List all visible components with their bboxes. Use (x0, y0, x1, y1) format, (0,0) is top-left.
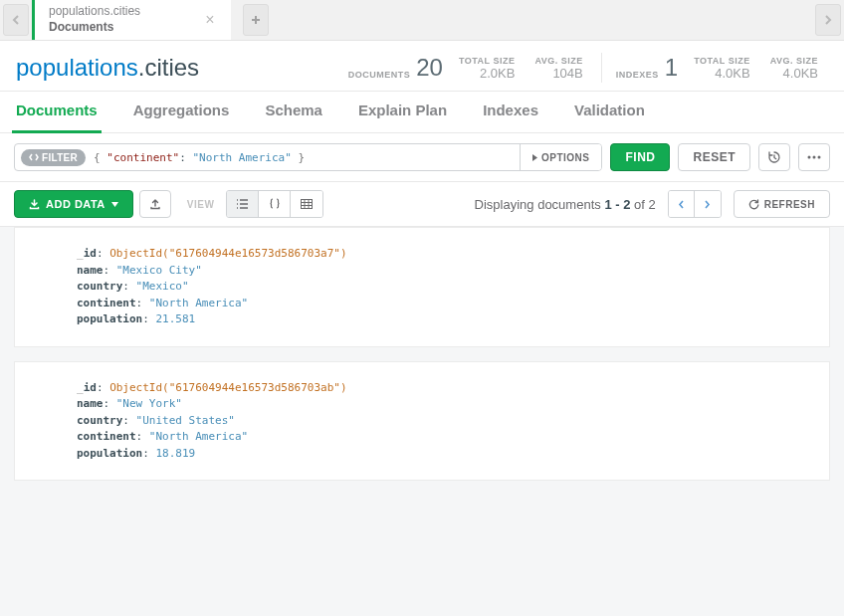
caret-down-icon (111, 202, 118, 207)
tab-subtitle: Documents (49, 20, 201, 36)
view-list-button[interactable] (227, 191, 259, 217)
document-card[interactable]: _id: ObjectId("617604944e16573d586703a7"… (14, 227, 830, 347)
document-card[interactable]: _id: ObjectId("617604944e16573d586703ab"… (14, 361, 830, 482)
code-icon (29, 153, 39, 161)
namespace-db[interactable]: populations (16, 54, 138, 81)
display-count: Displaying documents 1 - 2 of 2 (475, 197, 656, 212)
stat-idx-total-size: TOTAL SIZE 4.0KB (684, 56, 760, 81)
collection-stats: DOCUMENTS 20 TOTAL SIZE 2.0KB AVG. SIZE … (342, 53, 828, 83)
find-button[interactable]: FIND (610, 143, 670, 171)
reset-button[interactable]: RESET (678, 143, 750, 171)
tab-prev-button[interactable] (3, 4, 29, 36)
collection-tabs: Documents Aggregations Schema Explain Pl… (0, 92, 844, 133)
filter-badge: FILTER (21, 149, 86, 166)
view-toggle (226, 190, 323, 218)
tab-indexes[interactable]: Indexes (479, 92, 542, 133)
chevron-left-icon (12, 15, 20, 25)
more-button[interactable] (798, 143, 830, 171)
namespace-title: populations.cities (16, 54, 199, 82)
svg-rect-3 (302, 200, 313, 209)
caret-right-icon (532, 154, 537, 161)
chevron-right-icon (824, 15, 832, 25)
stat-idx-avg-size: AVG. SIZE 4.0KB (760, 56, 828, 81)
stat-indexes-label: INDEXES (616, 70, 659, 80)
svg-point-0 (808, 156, 811, 159)
view-table-button[interactable] (291, 191, 322, 217)
filter-input[interactable]: { "continent": "North America" } (86, 151, 520, 164)
stat-indexes: INDEXES 1 (610, 56, 684, 80)
chevron-left-icon (678, 200, 685, 209)
tab-validation[interactable]: Validation (570, 92, 649, 133)
ellipsis-icon (807, 155, 821, 159)
tab-close-button[interactable]: × (201, 11, 219, 29)
tab-active[interactable]: populations.cities Documents × (32, 0, 231, 40)
history-button[interactable] (758, 143, 790, 171)
add-data-button[interactable]: ADD DATA (14, 190, 133, 218)
refresh-icon (748, 199, 759, 210)
query-bar: FILTER { "continent": "North America" } … (0, 133, 844, 182)
upload-icon (149, 198, 161, 210)
stat-documents: DOCUMENTS 20 (342, 56, 449, 80)
download-icon (29, 199, 40, 210)
tab-add-button[interactable] (243, 4, 269, 36)
stat-documents-label: DOCUMENTS (348, 70, 411, 80)
stat-doc-avg-size: AVG. SIZE 104B (525, 56, 592, 81)
stat-documents-value: 20 (416, 56, 443, 80)
braces-icon (269, 198, 281, 210)
tab-text: populations.cities Documents (49, 4, 201, 35)
svg-point-2 (818, 156, 821, 159)
tab-explain-plan[interactable]: Explain Plan (354, 92, 451, 133)
view-label: VIEW (187, 199, 215, 210)
page-next-button[interactable] (695, 191, 721, 217)
namespace-collection: .cities (138, 54, 199, 81)
tab-next-button[interactable] (815, 4, 841, 36)
stat-indexes-value: 1 (665, 56, 678, 80)
documents-toolbar: ADD DATA VIEW Displaying documents 1 - 2… (0, 182, 844, 227)
history-icon (767, 150, 781, 164)
filter-input-wrap[interactable]: FILTER { "continent": "North America" } … (14, 143, 602, 171)
view-json-button[interactable] (259, 191, 291, 217)
refresh-button[interactable]: REFRESH (734, 190, 830, 218)
svg-point-1 (813, 156, 816, 159)
import-button[interactable] (139, 190, 171, 218)
stat-divider (601, 53, 602, 83)
stat-doc-total-size: TOTAL SIZE 2.0KB (449, 56, 526, 81)
plus-icon (251, 15, 261, 25)
options-button[interactable]: OPTIONS (520, 144, 602, 170)
tab-title: populations.cities (49, 4, 201, 20)
page-prev-button[interactable] (669, 191, 695, 217)
tab-documents[interactable]: Documents (12, 92, 102, 133)
tab-aggregations[interactable]: Aggregations (129, 92, 234, 133)
list-icon (236, 199, 249, 209)
tab-bar: populations.cities Documents × (0, 0, 844, 41)
tab-schema[interactable]: Schema (261, 92, 326, 133)
documents-content: _id: ObjectId("617604944e16573d586703a7"… (0, 227, 844, 616)
pager (668, 190, 722, 218)
collection-header: populations.cities DOCUMENTS 20 TOTAL SI… (0, 41, 844, 92)
table-icon (301, 199, 313, 209)
chevron-right-icon (704, 200, 711, 209)
